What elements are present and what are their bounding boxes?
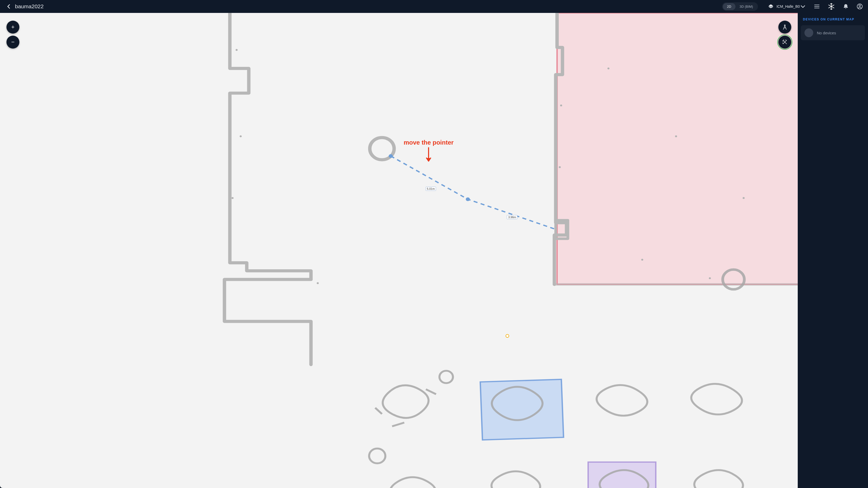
devices-panel: DEVICES ON CURRENT MAP No devices — [798, 13, 868, 488]
zoom-controls: + − — [6, 21, 20, 48]
origin-marker — [505, 334, 509, 338]
svg-point-31 — [559, 166, 561, 168]
instruction-text: move the pointer — [404, 139, 454, 146]
brand-logo[interactable] — [828, 3, 835, 10]
layer-selector[interactable]: ICM_Halle_B0 — [768, 4, 800, 9]
svg-point-37 — [389, 154, 393, 158]
chevron-down-icon — [801, 5, 805, 8]
svg-line-9 — [783, 26, 785, 29]
layers-icon — [768, 4, 773, 9]
layer-name: ICM_Halle_B0 — [777, 4, 800, 8]
svg-point-7 — [859, 5, 861, 6]
device-avatar-placeholder — [804, 28, 813, 37]
svg-line-10 — [785, 26, 786, 29]
measure-segment-label: 5.01m — [426, 187, 436, 191]
svg-point-32 — [607, 67, 610, 69]
notifications-button[interactable] — [843, 3, 849, 9]
svg-point-28 — [231, 197, 234, 199]
tool-controls — [778, 21, 791, 48]
devices-panel-title: DEVICES ON CURRENT MAP — [801, 18, 865, 21]
svg-rect-20 — [588, 462, 656, 488]
compass-icon — [782, 24, 787, 30]
chevron-left-icon — [7, 4, 10, 9]
mode-3d-button[interactable]: 3D (BIM) — [736, 3, 757, 10]
svg-point-38 — [466, 197, 470, 201]
devices-empty-state: No devices — [801, 25, 865, 40]
hamburger-icon — [814, 4, 819, 8]
devices-empty-text: No devices — [817, 31, 836, 35]
ruler-cross-icon — [782, 39, 788, 45]
svg-point-34 — [743, 197, 745, 199]
measure-segment-label: 3.96m — [507, 215, 518, 219]
compass-tool-button[interactable] — [778, 21, 791, 34]
svg-point-33 — [675, 135, 677, 137]
account-button[interactable] — [857, 3, 863, 9]
svg-point-27 — [240, 135, 242, 137]
mode-2d-button[interactable]: 2D — [723, 3, 736, 10]
menu-button[interactable] — [814, 3, 820, 9]
svg-point-30 — [560, 104, 562, 106]
svg-rect-18 — [557, 13, 798, 284]
zoom-in-button[interactable]: + — [6, 21, 20, 34]
zoom-out-button[interactable]: − — [6, 36, 20, 48]
svg-line-17 — [782, 43, 783, 43]
snowflake-icon — [828, 3, 835, 10]
svg-rect-19 — [480, 379, 563, 440]
svg-line-16 — [782, 41, 783, 41]
svg-point-24 — [369, 449, 385, 463]
topbar: bauma2022 2D 3D (BIM) ICM_Halle_B0 — [0, 0, 868, 13]
svg-point-35 — [641, 259, 643, 261]
svg-point-36 — [709, 277, 711, 279]
svg-point-23 — [439, 371, 453, 383]
bell-icon — [843, 4, 848, 9]
map-viewport[interactable]: + − — [0, 13, 798, 488]
svg-point-29 — [317, 282, 319, 284]
floorplan-canvas — [0, 13, 798, 488]
view-mode-toggle: 2D 3D (BIM) — [722, 2, 758, 11]
svg-point-26 — [236, 49, 238, 51]
measure-tool-button[interactable] — [778, 36, 791, 48]
back-button[interactable] — [5, 3, 12, 10]
instruction-annotation: move the pointer — [404, 139, 454, 163]
svg-line-14 — [783, 40, 784, 40]
project-title: bauma2022 — [15, 3, 44, 9]
user-circle-icon — [857, 3, 863, 9]
expand-button[interactable] — [800, 3, 806, 9]
svg-line-15 — [785, 40, 786, 40]
arrow-down-icon — [426, 147, 431, 163]
